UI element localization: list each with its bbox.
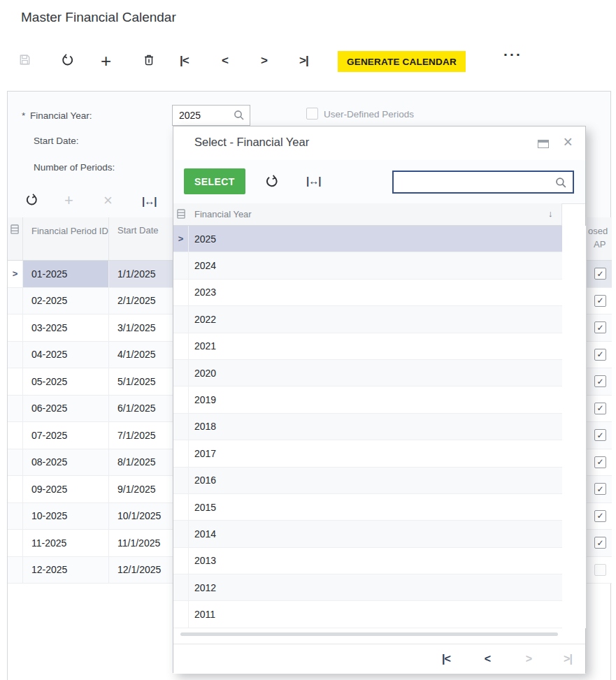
cell-start-date[interactable]: 5/1/2025 (109, 368, 173, 395)
closed-ap-checkbox[interactable] (594, 564, 606, 576)
cell-period-id[interactable]: 12-2025 (23, 557, 109, 584)
dialog-search-field[interactable] (392, 171, 574, 194)
dialog-refresh-button[interactable] (264, 173, 280, 191)
table-row[interactable]: 07-20257/1/2025 (8, 422, 173, 449)
financial-year-field[interactable] (172, 105, 250, 126)
cell-financial-year[interactable]: 2012 (189, 574, 562, 600)
nav-last-button[interactable]: >| (299, 49, 308, 73)
cell-period-id[interactable]: 01-2025 (23, 261, 109, 287)
year-row[interactable]: 2016 (173, 468, 562, 494)
year-row[interactable]: 2017 (173, 440, 562, 467)
year-row[interactable]: 2023 (173, 280, 562, 306)
table-row[interactable]: >01-20251/1/2025 (8, 261, 173, 288)
page-first-button[interactable]: |< (438, 651, 454, 667)
close-icon[interactable]: × (564, 133, 573, 152)
table-row[interactable]: 04-20254/1/2025 (8, 342, 173, 369)
cell-financial-year[interactable]: 2022 (189, 306, 562, 332)
closed-ap-checkbox[interactable]: ✓ (594, 268, 606, 280)
year-row[interactable]: 2011 (173, 601, 562, 628)
cell-start-date[interactable]: 10/1/2025 (109, 503, 173, 530)
table-row[interactable]: 10-202510/1/2025 (8, 503, 173, 530)
undo-button[interactable] (60, 49, 75, 73)
cell-financial-year[interactable]: 2019 (189, 386, 562, 412)
financial-year-input[interactable] (173, 106, 238, 125)
nav-next-button[interactable]: > (261, 49, 267, 73)
year-row[interactable]: >2025 (173, 226, 562, 252)
cell-start-date[interactable]: 2/1/2025 (109, 288, 173, 314)
closed-ap-checkbox[interactable]: ✓ (594, 403, 606, 414)
year-row[interactable]: 2019 (173, 386, 562, 413)
year-row[interactable]: 2024 (173, 252, 562, 279)
select-button[interactable]: SELECT (184, 168, 245, 194)
cell-start-date[interactable]: 7/1/2025 (109, 422, 173, 449)
cell-financial-year[interactable]: 2017 (189, 440, 562, 466)
table-row[interactable]: 08-20258/1/2025 (8, 449, 173, 477)
cell-period-id[interactable]: 08-2025 (23, 449, 109, 476)
closed-ap-checkbox[interactable]: ✓ (594, 456, 606, 468)
cell-financial-year[interactable]: 2023 (189, 280, 562, 305)
closed-ap-checkbox[interactable]: ✓ (594, 321, 606, 333)
year-row[interactable]: 2020 (173, 360, 562, 386)
closed-ap-checkbox[interactable]: ✓ (594, 510, 606, 522)
nav-first-button[interactable]: |< (180, 49, 189, 73)
cell-start-date[interactable]: 12/1/2025 (109, 557, 173, 584)
closed-ap-checkbox[interactable]: ✓ (594, 483, 606, 495)
maximize-icon[interactable] (538, 140, 549, 148)
cell-period-id[interactable]: 07-2025 (23, 422, 109, 449)
cell-financial-year[interactable]: 2013 (189, 548, 562, 574)
cell-start-date[interactable]: 3/1/2025 (109, 314, 173, 341)
search-icon[interactable] (554, 176, 568, 192)
table-row[interactable]: 03-20253/1/2025 (8, 314, 173, 342)
cell-period-id[interactable]: 02-2025 (23, 288, 109, 314)
delete-button[interactable] (142, 49, 156, 73)
table-row[interactable]: 12-202512/1/2025 (8, 557, 173, 584)
cell-period-id[interactable]: 06-2025 (23, 396, 109, 422)
table-row[interactable]: 05-20255/1/2025 (8, 368, 173, 396)
year-row[interactable]: 2018 (173, 414, 562, 440)
year-row[interactable]: 2013 (173, 548, 562, 574)
add-button[interactable]: + (101, 49, 111, 73)
cell-financial-year[interactable]: 2024 (189, 252, 562, 278)
cell-financial-year[interactable]: 2011 (189, 601, 562, 627)
page-prev-button[interactable]: < (479, 651, 496, 667)
grid-refresh-button[interactable] (24, 191, 39, 210)
cell-financial-year[interactable]: 2020 (189, 360, 562, 386)
cell-financial-year[interactable]: 2025 (189, 226, 562, 252)
more-actions-button[interactable]: ··· (503, 46, 522, 63)
user-defined-periods-checkbox[interactable] (306, 108, 318, 120)
generate-calendar-button[interactable]: GENERATE CALENDAR (338, 51, 466, 72)
nav-prev-button[interactable]: < (222, 49, 228, 73)
year-row[interactable]: 2012 (173, 574, 562, 601)
year-row[interactable]: 2022 (173, 306, 562, 333)
year-row[interactable]: 2021 (173, 333, 562, 360)
closed-ap-checkbox[interactable]: ✓ (594, 295, 606, 307)
cell-financial-year[interactable]: 2014 (189, 521, 562, 547)
dialog-search-input[interactable] (394, 172, 556, 192)
table-row[interactable]: 11-202511/1/2025 (8, 530, 173, 557)
cell-start-date[interactable]: 11/1/2025 (109, 530, 173, 556)
closed-ap-checkbox[interactable]: ✓ (594, 349, 606, 361)
cell-start-date[interactable]: 4/1/2025 (109, 342, 173, 368)
closed-ap-checkbox[interactable]: ✓ (594, 537, 606, 549)
year-row[interactable]: 2015 (173, 494, 562, 521)
table-row[interactable]: 09-20259/1/2025 (8, 476, 173, 503)
cell-start-date[interactable]: 9/1/2025 (109, 476, 173, 502)
closed-ap-checkbox[interactable]: ✓ (594, 375, 606, 387)
lookup-icon[interactable] (233, 109, 245, 124)
cell-start-date[interactable]: 6/1/2025 (109, 396, 173, 422)
cell-period-id[interactable]: 10-2025 (23, 503, 109, 530)
cell-financial-year[interactable]: 2021 (189, 333, 562, 359)
cell-financial-year[interactable]: 2018 (189, 414, 562, 440)
dialog-fit-width-button[interactable]: |↔| (306, 175, 320, 187)
dialog-horizontal-scrollbar[interactable] (180, 632, 558, 636)
closed-ap-checkbox[interactable]: ✓ (594, 429, 606, 441)
table-row[interactable]: 06-20256/1/2025 (8, 396, 173, 423)
year-row[interactable]: 2014 (173, 521, 562, 547)
cell-period-id[interactable]: 05-2025 (23, 368, 109, 395)
cell-period-id[interactable]: 03-2025 (23, 314, 109, 341)
cell-start-date[interactable]: 1/1/2025 (109, 261, 173, 287)
cell-start-date[interactable]: 8/1/2025 (109, 449, 173, 476)
cell-period-id[interactable]: 04-2025 (23, 342, 109, 368)
grid-fit-width-button[interactable]: |↔| (142, 191, 156, 210)
cell-financial-year[interactable]: 2015 (189, 494, 562, 520)
